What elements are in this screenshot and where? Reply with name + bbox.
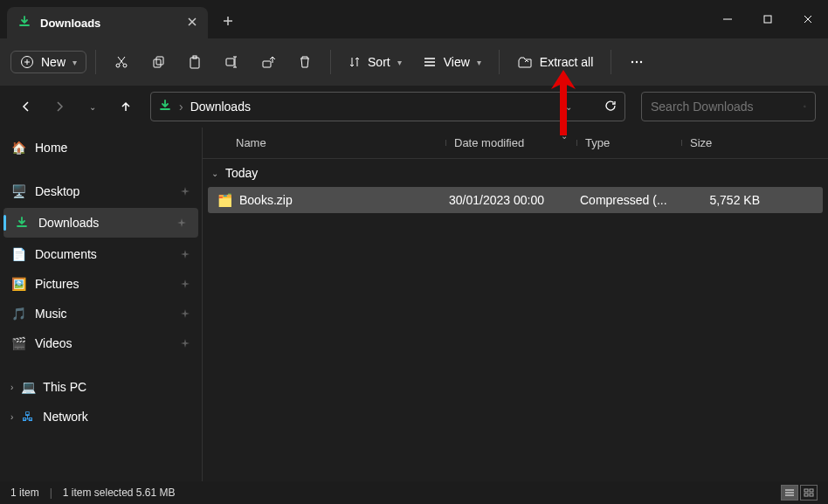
search-input[interactable]	[651, 100, 804, 114]
file-date: 30/01/2023 00:00	[445, 193, 576, 207]
chevron-right-icon: ›	[10, 383, 13, 392]
search-icon	[804, 100, 806, 113]
column-header-date[interactable]: Date modified ⌄	[445, 136, 576, 149]
grid-view-button[interactable]	[800, 485, 818, 501]
svg-point-10	[631, 61, 633, 63]
svg-point-12	[640, 61, 642, 63]
sidebar-item-videos[interactable]: 🎬 Videos	[0, 328, 202, 358]
copy-icon	[150, 54, 166, 70]
scissors-icon	[114, 54, 129, 70]
details-view-button[interactable]	[781, 485, 798, 501]
list-icon	[423, 56, 437, 68]
file-name: Books.zip	[239, 193, 293, 207]
sort-button[interactable]: Sort ▾	[340, 50, 411, 74]
clipboard-icon	[187, 54, 203, 70]
group-label: Today	[225, 166, 258, 180]
sidebar-item-documents[interactable]: 📄 Documents	[0, 239, 202, 269]
chevron-down-icon: ⌄	[211, 169, 218, 178]
breadcrumb-current[interactable]: Downloads	[190, 100, 558, 114]
download-icon	[17, 15, 31, 31]
plus-circle-icon	[20, 55, 34, 69]
svg-rect-0	[764, 16, 771, 23]
file-size: 5,752 KB	[681, 193, 769, 207]
recent-button[interactable]: ⌄	[79, 93, 107, 121]
rename-icon	[224, 54, 239, 70]
statusbar: 1 item | 1 item selected 5.61 MB	[0, 481, 828, 504]
back-button[interactable]	[12, 93, 40, 121]
svg-rect-5	[156, 57, 163, 65]
svg-rect-4	[154, 59, 161, 67]
paste-button[interactable]	[178, 46, 211, 78]
chevron-down-icon: ▾	[397, 58, 402, 67]
chevron-down-icon[interactable]: ⌄	[565, 102, 572, 112]
sidebar-item-label: Music	[35, 307, 67, 321]
sidebar-this-pc[interactable]: › 💻 This PC	[0, 372, 202, 402]
minimize-button[interactable]	[707, 0, 748, 38]
sidebar-item-desktop[interactable]: 🖥️ Desktop	[0, 176, 202, 206]
sidebar-item-label: Pictures	[35, 277, 79, 291]
sort-label: Sort	[368, 55, 390, 69]
pictures-icon: 🖼️	[10, 276, 26, 292]
new-button[interactable]: New ▾	[10, 51, 86, 73]
download-icon	[14, 215, 30, 231]
search-box[interactable]	[641, 92, 816, 121]
close-window-button[interactable]	[788, 0, 828, 38]
column-header-name[interactable]: Name	[229, 136, 445, 149]
group-header[interactable]: ⌄ Today	[203, 159, 828, 187]
breadcrumb-separator: ›	[179, 100, 183, 114]
file-type: Compressed (...	[576, 193, 681, 207]
file-row[interactable]: 🗂️ Books.zip 30/01/2023 00:00 Compressed…	[208, 187, 823, 213]
new-button-label: New	[41, 55, 66, 69]
network-icon: 🖧	[20, 409, 36, 425]
svg-point-11	[636, 61, 638, 63]
sidebar-item-music[interactable]: 🎵 Music	[0, 299, 202, 328]
file-list: Name Date modified ⌄ Type Size ⌄ Today 🗂…	[203, 128, 828, 481]
more-button[interactable]	[620, 46, 653, 78]
document-icon: 📄	[10, 246, 26, 262]
address-bar[interactable]: › Downloads ⌄	[150, 92, 625, 121]
chevron-down-icon: ▾	[477, 58, 481, 67]
sidebar: 🏠 Home 🖥️ Desktop Downloads 📄 Documents …	[0, 128, 203, 481]
svg-point-3	[123, 64, 127, 67]
sidebar-network[interactable]: › 🖧 Network	[0, 402, 202, 432]
sidebar-item-label: Desktop	[35, 184, 79, 198]
chevron-right-icon: ›	[10, 412, 13, 422]
delete-button[interactable]	[288, 46, 321, 78]
refresh-button[interactable]	[604, 99, 618, 115]
view-label: View	[444, 55, 470, 69]
up-button[interactable]	[112, 93, 140, 121]
extract-icon	[517, 55, 533, 69]
forward-button[interactable]	[45, 93, 73, 121]
sidebar-item-downloads[interactable]: Downloads	[3, 208, 198, 238]
column-header-size[interactable]: Size	[681, 136, 769, 149]
copy-button[interactable]	[141, 46, 175, 78]
view-button[interactable]: View ▾	[414, 50, 490, 74]
home-icon: 🏠	[10, 140, 26, 155]
chevron-down-icon: ⌄	[561, 131, 568, 141]
extract-all-button[interactable]: Extract all	[508, 50, 602, 74]
pc-icon: 💻	[20, 379, 36, 395]
tab-title: Downloads	[40, 17, 100, 30]
tab[interactable]: Downloads	[7, 7, 208, 38]
svg-rect-9	[263, 61, 271, 67]
close-tab-button[interactable]	[187, 16, 197, 30]
rename-button[interactable]	[215, 46, 248, 78]
svg-rect-14	[804, 489, 808, 492]
cut-button[interactable]	[105, 46, 138, 78]
sidebar-home[interactable]: 🏠 Home	[0, 133, 202, 162]
music-icon: 🎵	[10, 306, 26, 321]
svg-rect-17	[810, 494, 813, 496]
maximize-button[interactable]	[748, 0, 788, 38]
sidebar-item-label: Network	[43, 410, 87, 424]
share-button[interactable]	[252, 46, 285, 78]
status-selection: 1 item selected 5.61 MB	[63, 487, 176, 499]
svg-rect-16	[804, 494, 808, 496]
new-tab-button[interactable]	[217, 10, 239, 35]
sidebar-item-label: Videos	[35, 336, 72, 350]
sidebar-item-pictures[interactable]: 🖼️ Pictures	[0, 269, 202, 299]
sidebar-item-label: Home	[35, 141, 67, 155]
extract-label: Extract all	[540, 55, 593, 69]
svg-rect-15	[810, 489, 813, 492]
column-header-type[interactable]: Type	[576, 136, 681, 149]
svg-rect-6	[190, 58, 199, 68]
